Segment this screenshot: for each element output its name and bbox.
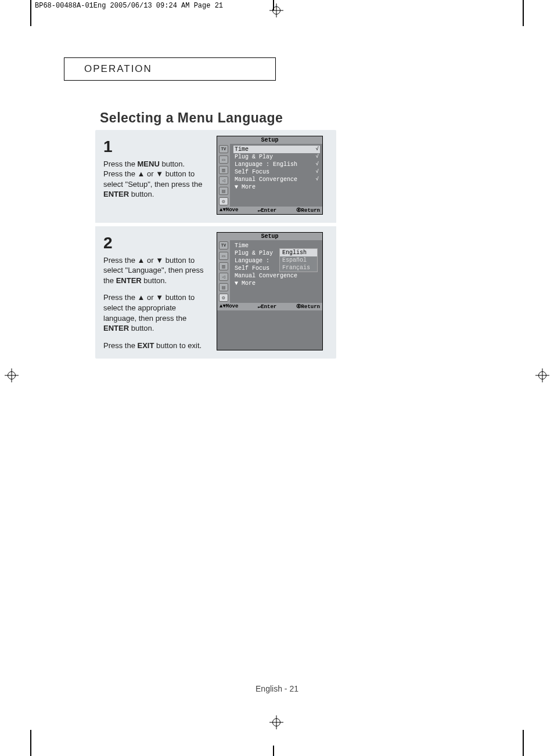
osd-sidebar: TV ▭ ▥ ◁ ▤ ⚙ [217, 144, 230, 207]
osd-hint-enter: ↵Enter [258, 303, 276, 310]
osd-row-more: ▼ More [233, 183, 320, 191]
text-bold: ENTER [103, 190, 129, 198]
osd-row-label: ▼ More [235, 184, 256, 190]
tv-icon: TV [219, 241, 228, 249]
chevron-right-icon: √ [316, 161, 319, 168]
text: button. [129, 324, 154, 332]
osd-row-label: Time [235, 243, 249, 249]
registration-mark-icon [269, 715, 283, 729]
osd-row-self-focus: Self Focus√ [233, 168, 320, 176]
step-text: 2 Press the ▲ or ▼ button to select "Lan… [103, 232, 217, 350]
osd-hint-enter: ↵Enter [258, 207, 276, 214]
step-text: 1 Press the MENU button. Press the ▲ or … [103, 136, 217, 215]
osd-hint-return: ⦿Return [296, 207, 320, 214]
osd-row-label: Language : [235, 161, 269, 168]
osd-row-label: Manual Convergence [235, 273, 297, 279]
step-number: 1 [103, 136, 211, 158]
bleed-mark [523, 730, 524, 756]
osd-row-plug-play: Plug & Play√ [233, 153, 320, 161]
step-line: Press the ▲ or ▼ button to select the ap… [103, 292, 211, 333]
section-header-label: OPERATION [84, 63, 152, 75]
text-bold: ENTER [116, 276, 142, 285]
text-bold: ENTER [103, 324, 129, 332]
osd-hint-move: ▲▼Move [220, 303, 238, 310]
tv-icon: TV [219, 145, 228, 153]
print-header: BP68-00488A-01Eng 2005/06/13 09:24 AM Pa… [35, 2, 223, 10]
step-line: Press the ▲ or ▼ button to select "Langu… [103, 255, 211, 286]
osd-setup-screenshot-1: Setup TV ▭ ▥ ◁ ▤ ⚙ Time√ Plug & Play√ La… [217, 136, 323, 215]
osd-row-label: Plug & Play [235, 250, 273, 256]
osd-hint-return: ⦿Return [296, 303, 320, 310]
bleed-mark [30, 730, 31, 756]
section-header: OPERATION [64, 57, 276, 81]
language-option-english: English [280, 249, 317, 256]
registration-mark-icon [5, 368, 19, 382]
osd-row-value: English [273, 161, 297, 168]
text: button. [129, 190, 154, 198]
text-bold: MENU [138, 160, 160, 168]
language-option-espanol: Español [280, 256, 317, 264]
osd-list: Time√ Plug & Play√ Language : English√ S… [230, 144, 322, 207]
chevron-right-icon: √ [316, 169, 319, 175]
setup-icon: ⚙ [219, 197, 228, 205]
registration-mark-icon [535, 368, 549, 382]
channel-icon: ▤ [219, 187, 228, 195]
input-icon: ▭ [219, 252, 228, 260]
osd-row-label: Self Focus [235, 169, 269, 175]
language-popup: English Español Français [279, 248, 318, 272]
text: Press the [103, 160, 138, 168]
osd-footer: ▲▼Move ↵Enter ⦿Return [217, 303, 322, 310]
step-line: Press the ▲ or ▼ button to select "Setup… [103, 169, 211, 200]
osd-footer: ▲▼Move ↵Enter ⦿Return [217, 207, 322, 214]
text: Press the [103, 341, 138, 350]
osd-row-language: Language : English√ [233, 161, 320, 168]
osd-title: Setup [217, 233, 322, 240]
channel-icon: ▤ [219, 283, 228, 291]
step-1: 1 Press the MENU button. Press the ▲ or … [95, 130, 336, 223]
osd-row-label: Plug & Play [235, 154, 273, 160]
osd-row-manual-convergence: Manual Convergence [233, 272, 320, 280]
text: Press the ▲ or ▼ button to select the ap… [103, 293, 195, 322]
osd-body: TV ▭ ▥ ◁ ▤ ⚙ Time√ Plug & Play√ Language… [217, 144, 322, 207]
osd-sidebar: TV ▭ ▥ ◁ ▤ ⚙ [217, 240, 230, 303]
step-line: Press the EXIT button to exit. [103, 341, 211, 351]
picture-icon: ▥ [219, 262, 228, 270]
page-footer: English - 21 [0, 684, 554, 693]
steps-container: 1 Press the MENU button. Press the ▲ or … [95, 130, 336, 359]
osd-row-more: ▼ More [233, 280, 320, 287]
picture-icon: ▥ [219, 166, 228, 174]
osd-row-label: Time [235, 146, 249, 153]
bleed-mark [30, 0, 31, 26]
sound-icon: ◁ [219, 176, 228, 185]
step-2: 2 Press the ▲ or ▼ button to select "Lan… [95, 223, 336, 359]
osd-list: Time Plug & Play Language : Self Focus M… [230, 240, 322, 303]
osd-row-label: ▼ More [235, 280, 256, 287]
text: Press the ▲ or ▼ button to select "Setup… [103, 169, 202, 189]
bleed-mark [523, 0, 524, 26]
step-number: 2 [103, 232, 211, 254]
chevron-right-icon: √ [316, 146, 319, 153]
text: button to exit. [154, 341, 202, 350]
text: button. [160, 160, 185, 168]
osd-body: TV ▭ ▥ ◁ ▤ ⚙ Time Plug & Play Language :… [217, 240, 322, 303]
osd-hint-move: ▲▼Move [220, 207, 238, 214]
crop-mark [273, 746, 274, 756]
language-option-francais: Français [280, 264, 317, 272]
osd-row-manual-convergence: Manual Convergence√ [233, 176, 320, 183]
text: button. [142, 276, 167, 285]
osd-row-label: Self Focus [235, 265, 269, 272]
text-bold: EXIT [138, 341, 154, 350]
osd-title: Setup [217, 136, 322, 144]
osd-row-label: Language : [235, 258, 269, 264]
input-icon: ▭ [219, 155, 228, 164]
registration-mark-icon [269, 3, 283, 17]
osd-row-time: Time√ [233, 146, 320, 153]
chevron-right-icon: √ [316, 154, 319, 160]
step-line: Press the MENU button. [103, 159, 211, 169]
chevron-right-icon: √ [316, 176, 319, 183]
sound-icon: ◁ [219, 273, 228, 281]
setup-icon: ⚙ [219, 294, 228, 302]
page-title: Selecting a Menu Language [100, 110, 283, 126]
osd-row-label: Manual Convergence [235, 176, 297, 183]
osd-setup-screenshot-2: Setup TV ▭ ▥ ◁ ▤ ⚙ Time Plug & Play Lang… [217, 232, 323, 350]
